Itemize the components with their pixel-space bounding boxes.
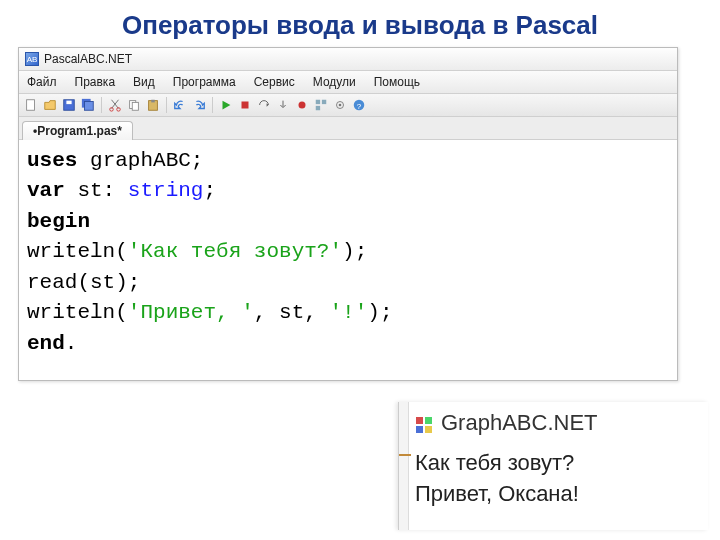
- paren-close: );: [342, 240, 367, 263]
- svg-rect-0: [27, 100, 35, 111]
- menu-file[interactable]: Файл: [23, 73, 61, 91]
- string-literal: 'Привет, ': [128, 301, 254, 324]
- toolbar: ?: [19, 94, 677, 117]
- stop-icon[interactable]: [237, 97, 253, 113]
- period: .: [65, 332, 78, 355]
- help-icon[interactable]: ?: [351, 97, 367, 113]
- menu-modules[interactable]: Модули: [309, 73, 360, 91]
- semicolon: ;: [203, 179, 216, 202]
- code-editor[interactable]: uses graphABC; var st: string; begin wri…: [19, 140, 677, 380]
- arg-st: st: [90, 271, 115, 294]
- svg-rect-8: [132, 102, 138, 110]
- undo-icon[interactable]: [172, 97, 188, 113]
- svg-rect-22: [416, 426, 423, 433]
- menu-program[interactable]: Программа: [169, 73, 240, 91]
- svg-rect-20: [416, 417, 423, 424]
- svg-rect-13: [316, 100, 320, 104]
- svg-rect-23: [425, 426, 432, 433]
- comma: ,: [304, 301, 329, 324]
- tab-bar: •Program1.pas*: [19, 117, 677, 140]
- output-ruler: [399, 402, 409, 530]
- app-title: PascalABC.NET: [44, 52, 132, 66]
- output-app-icon: [415, 414, 433, 432]
- keyword-var: var: [27, 179, 65, 202]
- menu-help[interactable]: Помощь: [370, 73, 424, 91]
- svg-point-12: [299, 102, 306, 109]
- svg-rect-10: [151, 100, 155, 103]
- menu-view[interactable]: Вид: [129, 73, 159, 91]
- paren-close: );: [367, 301, 392, 324]
- svg-rect-11: [242, 102, 249, 109]
- module-name: graphABC: [77, 149, 190, 172]
- menu-edit[interactable]: Правка: [71, 73, 120, 91]
- keyword-uses: uses: [27, 149, 77, 172]
- type-string: string: [128, 179, 204, 202]
- step-into-icon[interactable]: [275, 97, 291, 113]
- call-read: read(: [27, 271, 90, 294]
- string-literal: '!': [330, 301, 368, 324]
- var-decl: st:: [65, 179, 128, 202]
- redo-icon[interactable]: [191, 97, 207, 113]
- string-literal: 'Как тебя зовут?': [128, 240, 342, 263]
- open-icon[interactable]: [42, 97, 58, 113]
- step-over-icon[interactable]: [256, 97, 272, 113]
- toolbar-separator: [101, 97, 102, 113]
- copy-icon[interactable]: [126, 97, 142, 113]
- svg-rect-14: [322, 100, 326, 104]
- save-all-icon[interactable]: [80, 97, 96, 113]
- code-line: uses graphABC;: [27, 146, 669, 176]
- keyword-begin: begin: [27, 210, 90, 233]
- svg-rect-4: [85, 102, 94, 111]
- output-titlebar: GraphABC.NET: [415, 410, 698, 448]
- paren-close: );: [115, 271, 140, 294]
- slide-title: Операторы ввода и вывода в Pascal: [0, 0, 720, 47]
- svg-point-17: [339, 104, 342, 107]
- svg-rect-21: [425, 417, 432, 424]
- menubar: Файл Правка Вид Программа Сервис Модули …: [19, 71, 677, 94]
- tab-program1[interactable]: •Program1.pas*: [22, 121, 133, 140]
- code-line: begin: [27, 207, 669, 237]
- ide-window: AB PascalABC.NET Файл Правка Вид Програм…: [18, 47, 678, 381]
- output-line: Привет, Оксана!: [415, 479, 698, 510]
- arg-st: st: [279, 301, 304, 324]
- save-icon[interactable]: [61, 97, 77, 113]
- output-window: GraphABC.NET Как тебя зовут? Привет, Окс…: [398, 402, 708, 530]
- comma: ,: [254, 301, 279, 324]
- titlebar: AB PascalABC.NET: [19, 48, 677, 71]
- run-icon[interactable]: [218, 97, 234, 113]
- app-icon: AB: [25, 52, 39, 66]
- keyword-end: end: [27, 332, 65, 355]
- toolbar-separator: [212, 97, 213, 113]
- output-line: Как тебя зовут?: [415, 448, 698, 479]
- svg-text:?: ?: [357, 102, 362, 111]
- call-writeln: writeln(: [27, 240, 128, 263]
- menu-service[interactable]: Сервис: [250, 73, 299, 91]
- output-title-text: GraphABC.NET: [441, 410, 598, 436]
- new-icon[interactable]: [23, 97, 39, 113]
- svg-rect-15: [316, 106, 320, 110]
- modules-icon[interactable]: [313, 97, 329, 113]
- breakpoint-icon[interactable]: [294, 97, 310, 113]
- cut-icon[interactable]: [107, 97, 123, 113]
- toolbar-separator: [166, 97, 167, 113]
- options-icon[interactable]: [332, 97, 348, 113]
- code-line: writeln('Как тебя зовут?');: [27, 237, 669, 267]
- code-line: read(st);: [27, 268, 669, 298]
- code-line: end.: [27, 329, 669, 359]
- semicolon: ;: [191, 149, 204, 172]
- call-writeln: writeln(: [27, 301, 128, 324]
- svg-rect-2: [66, 101, 71, 105]
- code-line: var st: string;: [27, 176, 669, 206]
- paste-icon[interactable]: [145, 97, 161, 113]
- code-line: writeln('Привет, ', st, '!');: [27, 298, 669, 328]
